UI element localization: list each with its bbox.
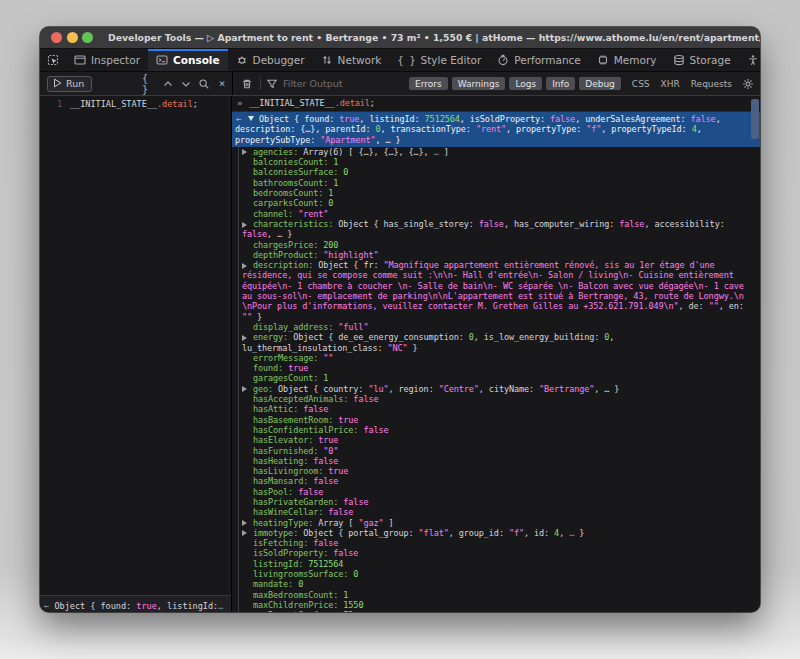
trash-icon — [241, 78, 253, 90]
object-property-row[interactable]: energy: Object { de_ee_energy_consumptio… — [238, 332, 760, 342]
object-property-row[interactable]: characteristics: Object { has_single_sto… — [238, 219, 760, 229]
object-property-row: channel: "rent" — [238, 209, 760, 219]
filter-toggle-xhr[interactable]: XHR — [661, 79, 680, 89]
expand-arrow-icon[interactable] — [242, 520, 247, 526]
input-prompt-icon: » — [237, 98, 242, 109]
filter-toggle-debug[interactable]: Debug — [579, 77, 621, 90]
editor-search-button[interactable] — [196, 76, 212, 92]
tab-accessibility[interactable]: Accessibility — [739, 49, 760, 71]
expand-arrow-icon[interactable] — [242, 149, 247, 155]
tab-label: Inspector — [91, 54, 140, 66]
object-property-row: chargesPrice: 200 — [238, 240, 760, 250]
filter-toggle-logs[interactable]: Logs — [509, 77, 542, 90]
object-property-row: isSoldProperty: false — [238, 548, 760, 558]
object-property-row: hasElevator: true — [238, 435, 760, 445]
selected-object-preview[interactable]: ← Object { found: true, listingId: 75125… — [232, 112, 760, 147]
editor-code-line[interactable]: __INITIAL_STATE__.detail; — [70, 98, 198, 110]
next-expression-button[interactable] — [178, 76, 194, 92]
previous-expression-button[interactable] — [160, 76, 176, 92]
object-property-row[interactable]: agencies: Array(6) [ {…}, {…}, {…}, … ] — [238, 147, 760, 157]
object-property-row: maxBedroomsCount: 1 — [238, 590, 760, 600]
object-property-row: depthProduct: "highlight" — [238, 250, 760, 260]
tab-memory[interactable]: Memory — [589, 49, 665, 71]
console-input-echo-row[interactable]: » __INITIAL_STATE__.detail; — [232, 96, 760, 112]
object-property-row: hasPrivateGarden: false — [238, 497, 760, 507]
expand-arrow-icon[interactable] — [242, 263, 247, 269]
tab-label: Network — [338, 54, 382, 66]
object-property-row: hasWineCellar: false — [238, 507, 760, 517]
object-property-row: balconiesSurface: 0 — [238, 167, 760, 177]
run-button[interactable]: Run — [47, 76, 92, 92]
console-secondary-toolbar: Run { } × Filter Output ErrorsWarningsLo… — [40, 72, 760, 96]
multiline-editor-pane[interactable]: 1 __INITIAL_STATE__.detail; ← Object { f… — [40, 96, 232, 612]
expand-arrow-icon[interactable] — [242, 335, 247, 341]
console-scrollbar-thumb[interactable] — [751, 99, 759, 139]
tab-label: Style Editor — [420, 54, 481, 66]
selected-preview-line[interactable]: Object { found: true, listingId: 7512564… — [232, 114, 758, 124]
pretty-print-button[interactable]: { } — [142, 76, 158, 92]
chevron-down-icon — [180, 78, 192, 90]
object-property-row-continuation: équipée\n- 1 chambre à coucher \n- Salle… — [238, 281, 760, 291]
filter-toggle-info[interactable]: Info — [546, 77, 575, 90]
filter-toggle-css[interactable]: CSS — [632, 79, 650, 89]
object-property-row: balconiesCount: 1 — [238, 157, 760, 167]
minimize-window-button[interactable] — [67, 32, 78, 43]
object-property-row: errorMessage: "" — [238, 353, 760, 363]
tab-label: Console — [173, 54, 220, 66]
filter-toggle-errors[interactable]: Errors — [409, 77, 448, 90]
collapse-arrow-icon[interactable] — [248, 116, 254, 121]
console-filter-bar: Filter Output ErrorsWarningsLogsInfoDebu… — [232, 72, 760, 95]
filter-toggle-warnings[interactable]: Warnings — [452, 77, 506, 90]
object-property-row: garagesCount: 1 — [238, 373, 760, 383]
object-property-row-continuation: false, … } — [238, 229, 760, 239]
object-property-row: hasPool: false — [238, 487, 760, 497]
expand-arrow-icon[interactable] — [242, 530, 247, 536]
tab-performance[interactable]: Performance — [489, 49, 589, 71]
tab-debugger[interactable]: Debugger — [228, 49, 313, 71]
console-icon — [156, 54, 168, 66]
object-property-row: hasBasementRoom: true — [238, 415, 760, 425]
network-icon — [321, 54, 333, 66]
close-editor-button[interactable]: × — [214, 76, 230, 92]
close-window-button[interactable] — [51, 32, 62, 43]
filter-toggle-requests[interactable]: Requests — [691, 79, 732, 89]
object-property-row[interactable]: geo: Object { country: "lu", region: "Ce… — [238, 384, 760, 394]
object-property-row: maxParentSurface: 73 — [238, 610, 760, 612]
separator — [260, 77, 261, 90]
close-icon: × — [219, 77, 226, 90]
object-property-row: livingroomsSurface: 0 — [238, 569, 760, 579]
window-title: Developer Tools — ▷ Apartment to rent • … — [40, 32, 760, 43]
object-property-row[interactable]: description: Object { fr: "Magnifique ap… — [238, 260, 760, 270]
memory-icon — [597, 54, 609, 66]
object-property-row: hasAttic: false — [238, 404, 760, 414]
object-property-row[interactable]: heatingType: Array [ "gaz" ] — [238, 518, 760, 528]
object-property-row: mandate: 0 — [238, 579, 760, 589]
expand-arrow-icon[interactable] — [242, 386, 247, 392]
debugger-icon — [236, 54, 248, 66]
object-property-row[interactable]: immotype: Object { portal_group: "flat",… — [238, 528, 760, 538]
tab-storage[interactable]: Storage — [665, 49, 739, 71]
inspector-icon — [74, 54, 86, 66]
devtools-window: Developer Tools — ▷ Apartment to rent • … — [40, 27, 760, 612]
pick-element-button[interactable] — [40, 49, 66, 71]
tab-inspector[interactable]: Inspector — [66, 49, 148, 71]
zoom-window-button[interactable] — [82, 32, 93, 43]
tab-network[interactable]: Network — [313, 49, 390, 71]
object-property-row: hasConfidentialPrice: false — [238, 425, 760, 435]
filter-output-input[interactable]: Filter Output — [266, 78, 405, 90]
tab-label: Storage — [690, 54, 731, 66]
tab-console[interactable]: Console — [148, 49, 228, 71]
tab-style-editor[interactable]: { }Style Editor — [389, 49, 489, 71]
console-settings-button[interactable] — [742, 78, 754, 90]
line-number: 1 — [40, 98, 70, 110]
selected-preview-line[interactable]: description: {…}, parentId: 0, transacti… — [232, 124, 758, 134]
result-arrow-icon: ← — [44, 601, 49, 611]
expand-arrow-icon[interactable] — [242, 222, 247, 228]
console-output-pane[interactable]: » __INITIAL_STATE__.detail; ← Object { f… — [232, 96, 760, 612]
title-bar[interactable]: Developer Tools — ▷ Apartment to rent • … — [40, 27, 760, 49]
clear-console-button[interactable] — [239, 76, 255, 92]
braces-icon: { } — [397, 55, 415, 66]
object-property-row: hasLivingroom: true — [238, 466, 760, 476]
selected-preview-line[interactable]: propertySubType: "Apartment", … } — [232, 135, 758, 145]
pick-element-icon — [47, 54, 59, 66]
